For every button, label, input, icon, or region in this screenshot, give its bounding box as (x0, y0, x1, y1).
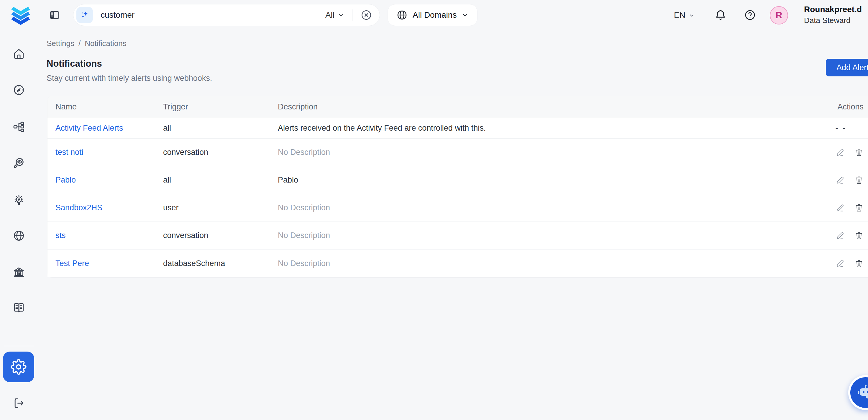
search-scope-label: All (325, 10, 335, 20)
alert-trigger: conversation (163, 148, 278, 157)
breadcrumb: Settings / Notifications (46, 39, 127, 48)
app-logo-icon[interactable] (9, 3, 32, 27)
alert-name-link[interactable]: Test Pere (56, 259, 89, 268)
sidebar-item-data-assets[interactable] (12, 120, 26, 133)
global-search-bar[interactable]: All (73, 4, 380, 26)
breadcrumb-separator: / (79, 39, 81, 48)
clear-search-icon[interactable] (360, 9, 373, 21)
table-body: Activity Feed Alerts all Alerts received… (48, 118, 868, 277)
delete-icon[interactable] (855, 148, 864, 157)
alert-actions (796, 176, 864, 185)
sidebar-item-glossary[interactable] (12, 301, 26, 315)
delete-icon[interactable] (855, 259, 864, 268)
breadcrumb-settings[interactable]: Settings (46, 39, 74, 48)
no-actions-placeholder: - - (836, 124, 846, 133)
chevron-down-icon (688, 12, 695, 19)
alert-description: Pablo (278, 176, 796, 185)
search-divider (352, 9, 352, 21)
hierarchy-icon (12, 120, 25, 133)
app-root: { "topbar": { "search": { "value": "cust… (0, 0, 868, 420)
notifications-bell-icon[interactable] (714, 8, 727, 22)
globe-icon (396, 9, 408, 21)
column-header-actions: Actions (837, 102, 864, 112)
column-header-description: Description (278, 102, 796, 112)
alert-name-link[interactable]: test noti (56, 148, 84, 157)
edit-icon[interactable] (836, 232, 844, 240)
user-name: Rounakpreet.d (804, 4, 862, 15)
alert-actions (796, 259, 864, 268)
table-row: Activity Feed Alerts all Alerts received… (48, 118, 868, 139)
help-icon[interactable] (744, 9, 756, 21)
search-scope-dropdown[interactable]: All (325, 10, 344, 20)
ai-sparkle-icon[interactable] (76, 7, 93, 23)
sidebar-item-home[interactable] (12, 47, 26, 61)
table-row: test noti conversation No Description (48, 139, 868, 167)
alert-actions (796, 203, 864, 212)
open-book-icon (12, 301, 25, 314)
language-dropdown[interactable]: EN (674, 8, 695, 23)
table-row: Pablo all Pablo (48, 167, 868, 194)
delete-icon[interactable] (855, 203, 864, 212)
table-row: Test Pere databaseSchema No Description (48, 249, 868, 277)
alert-trigger: user (163, 203, 278, 212)
sidebar-divider (4, 346, 34, 346)
alert-trigger: databaseSchema (163, 259, 278, 268)
edit-icon[interactable] (836, 176, 844, 184)
table-row: sts conversation No Description (48, 222, 868, 249)
alert-actions (796, 148, 864, 157)
notifications-table: Name Trigger Description Actions Activit… (48, 96, 868, 277)
table-row: Sandbox2HS user No Description (48, 194, 868, 222)
avatar-initial: R (776, 10, 782, 21)
column-header-trigger: Trigger (163, 102, 278, 112)
alert-actions: - - (796, 124, 864, 133)
compass-icon (12, 84, 25, 96)
globe-icon (12, 229, 25, 242)
alert-actions (796, 231, 864, 240)
chatbot-button[interactable] (848, 375, 868, 410)
edit-icon[interactable] (836, 204, 844, 212)
search-eye-icon (12, 157, 25, 170)
alert-trigger: conversation (163, 231, 278, 240)
sidebar-item-domains[interactable] (12, 229, 26, 242)
page-subtitle: Stay current with timely alerts using we… (46, 74, 212, 83)
robot-icon (856, 383, 868, 402)
alert-description: No Description (278, 148, 796, 157)
gear-icon (11, 359, 27, 375)
alert-name-link[interactable]: Pablo (56, 176, 76, 184)
alert-name-link[interactable]: sts (56, 231, 66, 240)
search-input[interactable] (100, 10, 325, 20)
chevron-down-icon (461, 11, 469, 19)
sidebar-item-explore[interactable] (12, 83, 26, 97)
lightbulb-icon (12, 193, 25, 206)
alert-name-link[interactable]: Activity Feed Alerts (56, 124, 123, 132)
all-domains-dropdown[interactable]: All Domains (388, 4, 477, 26)
sidebar-item-observability[interactable] (12, 156, 26, 170)
sidebar-item-insights[interactable] (12, 193, 26, 207)
alert-trigger: all (163, 176, 278, 185)
home-icon (12, 48, 25, 60)
sidebar-item-settings[interactable] (3, 352, 34, 382)
bank-icon (12, 266, 25, 279)
sidebar-item-govern[interactable] (12, 266, 26, 279)
alert-name-link[interactable]: Sandbox2HS (56, 203, 102, 212)
alert-description: No Description (278, 259, 796, 268)
alert-description: No Description (278, 231, 796, 240)
user-avatar[interactable]: R (770, 6, 788, 25)
add-alert-button[interactable]: Add Alert (826, 59, 868, 77)
sidebar-item-logout[interactable] (12, 396, 26, 410)
delete-icon[interactable] (855, 231, 864, 240)
chevron-down-icon (337, 11, 344, 19)
edit-icon[interactable] (836, 259, 844, 268)
alert-description: No Description (278, 203, 796, 212)
sidebar-toggle-icon[interactable] (49, 9, 60, 21)
user-menu[interactable]: Rounakpreet.d Data Steward (804, 4, 862, 26)
edit-icon[interactable] (836, 148, 844, 157)
all-domains-label: All Domains (413, 10, 457, 20)
delete-icon[interactable] (855, 176, 864, 185)
page-title: Notifications (46, 58, 102, 69)
breadcrumb-notifications: Notifications (85, 39, 127, 48)
table-header: Name Trigger Description Actions (48, 96, 868, 118)
language-label: EN (674, 11, 685, 20)
alert-description: Alerts received on the Activity Feed are… (278, 124, 796, 133)
alert-trigger: all (163, 124, 278, 133)
